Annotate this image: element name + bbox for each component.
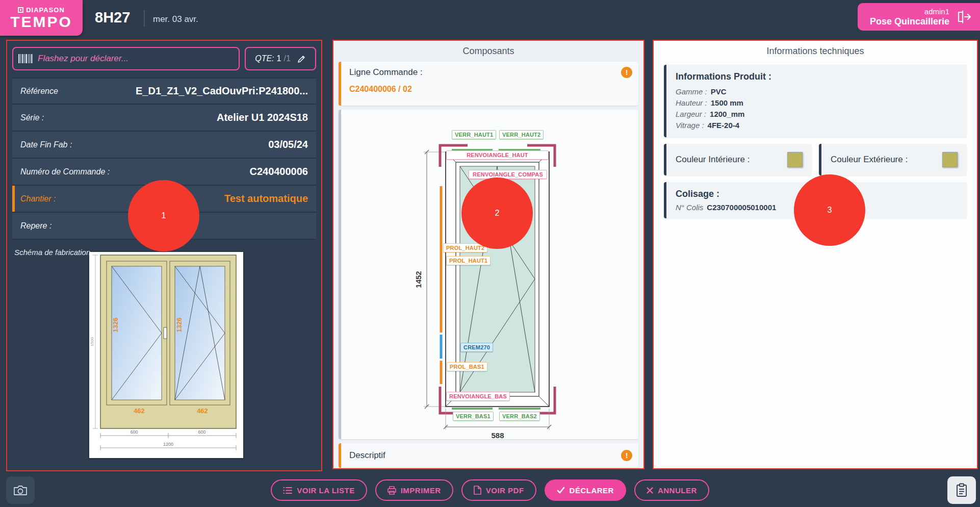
imprimer-button[interactable]: IMPRIMER: [375, 479, 453, 501]
annotation-marker-3: 3: [794, 174, 865, 246]
product-info-title: Informations Produit :: [676, 71, 958, 82]
svg-text:600: 600: [130, 429, 138, 435]
printer-icon: [388, 486, 396, 495]
spec-label: Largeur :: [676, 110, 706, 118]
topbar-divider: [144, 10, 145, 27]
row-serie: Série : Atelier U1 2024S18: [12, 105, 316, 132]
exterior-color-swatch: [942, 152, 958, 167]
component-label-prol-haut1: PROL_HAUT1: [446, 256, 491, 265]
component-label-verr-bas1: VERR_BAS1: [453, 412, 494, 421]
svg-text:1326: 1326: [112, 318, 119, 333]
svg-text:588: 588: [491, 431, 504, 439]
spec-value: 1500 mm: [711, 98, 743, 107]
user-session-button[interactable]: admin1 Pose Quincaillerie: [858, 3, 980, 31]
svg-text:1200: 1200: [163, 442, 173, 447]
svg-text:1500: 1500: [90, 337, 94, 346]
component-diagram: 1452: [341, 110, 638, 439]
voir-pdf-label: VOIR PDF: [486, 486, 524, 495]
imprimer-label: IMPRIMER: [401, 486, 441, 495]
quantity-box[interactable]: QTE: 1 /1: [245, 47, 316, 70]
component-diagram-card: 1452: [339, 110, 638, 439]
spec-label: Gamme :: [676, 87, 707, 96]
product-info-card: Informations Produit : Gamme :PVC Hauteu…: [664, 65, 967, 137]
scan-field-wrap: [12, 47, 240, 70]
annotation-marker-1: 1: [128, 180, 199, 251]
component-label-renvoiangle-bas: RENVOIANGLE_BAS: [446, 392, 510, 401]
info-icon[interactable]: !: [621, 67, 632, 78]
row-value: Atelier U1 2024S18: [217, 112, 308, 123]
ligne-commande-label: Ligne Commande :: [349, 67, 630, 78]
annuler-label: ANNULER: [658, 486, 697, 495]
spec-largeur: Largeur :1200_mm: [676, 108, 958, 119]
voir-la-liste-button[interactable]: VOIR LA LISTE: [271, 479, 367, 501]
row-label: Repere :: [20, 221, 51, 231]
couleur-interieure-card: Couleur Intérieure :: [664, 144, 812, 175]
row-date-fin-fab: Date Fin Fab : 03/05/24: [12, 132, 316, 159]
scan-input[interactable]: [38, 54, 234, 64]
interior-color-swatch: [787, 152, 803, 167]
declarer-button[interactable]: DÉCLARER: [545, 479, 626, 501]
row-value: E_D1_Z1_V2_CadOuvPri:P241800...: [136, 85, 308, 97]
spec-label: Hauteur :: [676, 98, 707, 107]
logo-text-tempo: TEMPO: [10, 14, 72, 30]
svg-text:600: 600: [198, 429, 205, 435]
voir-la-liste-label: VOIR LA LISTE: [297, 486, 354, 495]
clock: 8H27: [95, 9, 130, 26]
composants-panel: Composants Ligne Commande : ! C240400006…: [332, 40, 644, 469]
couleur-exterieure-label: Couleur Extérieure :: [831, 155, 908, 165]
spec-vitrage: Vitrage :4FE-20-4: [676, 119, 958, 131]
row-label: Numéro de Commande :: [20, 167, 110, 176]
row-label: Chantier :: [20, 194, 56, 204]
barcode-icon: [18, 54, 33, 63]
top-bar: DIAPASON TEMPO 8H27 mer. 03 avr. admin1 …: [0, 0, 980, 38]
row-label: Date Fin Fab :: [20, 140, 72, 149]
component-label-crem270: CREM270: [460, 343, 493, 352]
descriptif-label: Descriptif: [349, 450, 385, 461]
spec-value: PVC: [711, 87, 727, 96]
row-label: Référence: [20, 87, 58, 96]
spec-gamme: Gamme :PVC: [676, 86, 958, 97]
svg-text:462: 462: [134, 407, 145, 415]
current-date: mer. 03 avr.: [153, 14, 198, 24]
couleur-exterieure-card: Couleur Extérieure :: [819, 144, 967, 175]
row-value: 03/05/24: [268, 139, 308, 150]
row-value: Test automatique: [224, 193, 308, 205]
component-label-verr-bas2: VERR_BAS2: [499, 412, 540, 421]
descriptif-card[interactable]: Descriptif !: [339, 443, 638, 468]
fabrication-schema: 1326 1326 462 462 600 600 1200 1500: [89, 252, 243, 458]
edit-quantity-icon[interactable]: [297, 55, 306, 63]
row-label: Série :: [20, 113, 44, 122]
workstation-name: Pose Quincaillerie: [870, 16, 949, 27]
component-label-verr-haut1: VERR_HAUT1: [452, 130, 496, 139]
logout-icon[interactable]: [957, 10, 972, 23]
pdf-file-icon: [474, 486, 481, 495]
colis-label: N° Colis: [676, 203, 703, 212]
annuler-button[interactable]: ANNULER: [634, 479, 709, 501]
couleur-interieure-label: Couleur Intérieure :: [676, 155, 750, 165]
annotation-marker-2: 2: [461, 178, 533, 249]
product-panel: QTE: 1 /1 Référence E_D1_Z1_V2_CadOuvPri…: [6, 40, 322, 471]
info-icon[interactable]: !: [621, 450, 632, 461]
bottom-bar: VOIR LA LISTE IMPRIMER VOIR PDF DÉCLARER: [0, 473, 980, 507]
list-icon: [283, 487, 292, 494]
worksheet-button[interactable]: [947, 476, 976, 504]
qty-total: /1: [283, 54, 290, 63]
ligne-commande-value: C240400006 / 02: [349, 85, 630, 94]
component-label-verr-haut2: VERR_HAUT2: [499, 130, 544, 139]
row-reference: Référence E_D1_Z1_V2_CadOuvPri:P241800..…: [12, 78, 316, 105]
component-label-prol-bas1: PROL_BAS1: [447, 362, 487, 371]
voir-pdf-button[interactable]: VOIR PDF: [461, 479, 536, 501]
component-label-renvoiangle-compas: RENVOIANGLE_COMPAS: [469, 170, 547, 179]
declarer-label: DÉCLARER: [570, 486, 614, 495]
qty-current: 1: [277, 54, 281, 63]
composants-title: Composants: [333, 41, 643, 61]
component-label-renvoiangle-haut: RENVOIANGLE_HAUT: [446, 150, 549, 160]
logo-text-diapason: DIAPASON: [26, 6, 65, 14]
row-value: C240400006: [249, 166, 308, 178]
svg-text:462: 462: [197, 407, 208, 415]
svg-text:1326: 1326: [175, 318, 183, 333]
user-name: admin1: [870, 7, 949, 16]
spec-label: Vitrage :: [676, 121, 704, 130]
spec-value: 4FE-20-4: [708, 121, 740, 130]
svg-text:1452: 1452: [414, 271, 423, 288]
